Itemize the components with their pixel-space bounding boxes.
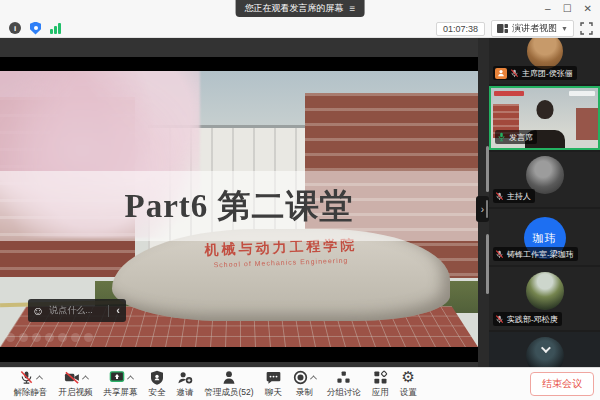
chat-collapse-icon[interactable]: ‹: [114, 305, 122, 316]
participant-name-tag: 实践部-邓松庚: [493, 312, 562, 326]
titlebar: 您正在观看发言席的屏幕 ≡ – ☐ ✕ i 01:07:38 演讲者视图 ▼: [0, 0, 600, 38]
mic-muted-icon: [495, 315, 504, 324]
start-video-button[interactable]: 开启视频: [53, 370, 98, 399]
mic-muted-icon: [495, 192, 504, 201]
chat-bubble-icon: [266, 370, 281, 385]
network-signal-icon[interactable]: [50, 22, 61, 34]
video-building-right: [576, 108, 598, 140]
video-logo-watermark: [494, 91, 524, 96]
participant-name: 发言席: [509, 132, 533, 143]
mic-muted-icon: [495, 250, 504, 259]
quick-chat-bar[interactable]: ☺ 说点什么... ‹: [28, 299, 126, 322]
slide-title: Part6 第二课堂: [124, 184, 353, 229]
bottom-toolbar: 解除静音 开启视频 共享屏幕 安全 邀请: [0, 367, 600, 400]
mic-muted-icon: [510, 69, 519, 78]
emoji-icon[interactable]: ☺: [32, 305, 44, 317]
chevron-up-icon[interactable]: [81, 375, 88, 382]
shared-screen-area: 机械与动力工程学院 School of Mechanics Engineerin…: [0, 38, 478, 367]
share-screen-button[interactable]: 共享屏幕: [98, 370, 143, 399]
banner-menu-icon[interactable]: ≡: [350, 4, 356, 14]
record-icon: [293, 370, 308, 385]
mic-muted-icon: [19, 370, 34, 385]
meeting-timer: 01:07:38: [436, 22, 485, 36]
watching-banner[interactable]: 您正在观看发言席的屏幕 ≡: [236, 0, 365, 17]
host-badge-icon: [495, 68, 507, 79]
share-letterbox: 机械与动力工程学院 School of Mechanics Engineerin…: [0, 57, 478, 362]
invite-button[interactable]: 邀请: [171, 370, 199, 399]
chevron-down-icon: [541, 343, 551, 353]
slide-photo: 机械与动力工程学院 School of Mechanics Engineerin…: [0, 71, 478, 347]
chevron-up-icon[interactable]: [36, 375, 43, 382]
share-screen-icon: [109, 370, 125, 385]
settings-button[interactable]: ⚙ 设置: [394, 370, 422, 399]
chat-button[interactable]: 聊天: [259, 370, 287, 399]
panel-divider: ›: [478, 38, 489, 367]
manage-members-button[interactable]: 管理成员(52): [199, 370, 259, 399]
gear-icon: ⚙: [401, 370, 414, 385]
encryption-shield-icon[interactable]: [30, 22, 41, 35]
invite-person-icon: [177, 370, 193, 385]
campus-stone: 机械与动力工程学院 School of Mechanics Engineerin…: [112, 229, 450, 321]
view-mode-button[interactable]: 演讲者视图 ▼: [491, 20, 574, 37]
video-person-head: [536, 100, 553, 119]
chat-divider: [108, 305, 109, 317]
chat-input-placeholder[interactable]: 说点什么...: [49, 304, 103, 317]
meeting-info-icon[interactable]: i: [9, 22, 21, 34]
breakout-rooms-button[interactable]: 分组讨论: [321, 370, 366, 399]
participant-tile-host[interactable]: 主席团-侯张俪: [489, 38, 600, 84]
participant-name-tag: 主持人: [493, 189, 535, 203]
end-meeting-button[interactable]: 结束会议: [530, 372, 594, 396]
divider-grip[interactable]: [486, 200, 488, 218]
participant-name: 主持人: [507, 191, 531, 202]
participant-tile-partial[interactable]: [489, 332, 600, 367]
participant-name: 实践部-邓松庚: [507, 314, 558, 325]
apps-grid-icon: [373, 370, 388, 385]
chevron-down-icon: ▼: [561, 25, 568, 32]
avatar: [526, 272, 564, 310]
close-button[interactable]: ✕: [584, 4, 592, 14]
participant-name: 铸锋工作室-梁珈玮: [507, 249, 574, 260]
members-icon: [222, 370, 236, 385]
view-controls: 01:07:38 演讲者视图 ▼: [436, 20, 593, 37]
record-button[interactable]: 录制: [287, 370, 321, 399]
video-text-watermark: [569, 91, 595, 96]
security-button[interactable]: 安全: [143, 370, 171, 399]
watching-banner-text: 您正在观看发言席的屏幕: [245, 2, 344, 15]
mic-active-icon: [497, 132, 506, 142]
fullscreen-icon[interactable]: [580, 22, 593, 35]
meeting-window: 您正在观看发言席的屏幕 ≡ – ☐ ✕ i 01:07:38 演讲者视图 ▼: [0, 0, 600, 400]
maximize-button[interactable]: ☐: [563, 4, 572, 14]
participant-tile-speaker-active[interactable]: 发言席: [489, 86, 600, 150]
participants-sidebar: 主席团-侯张俪 发言席 主持人 珈玮: [489, 38, 600, 367]
participant-tile-dengsonggeng[interactable]: 实践部-邓松庚: [489, 267, 600, 330]
apps-button[interactable]: 应用: [366, 370, 394, 399]
view-mode-label: 演讲者视图: [512, 22, 557, 35]
layout-icon: [497, 24, 508, 33]
participant-name-tag: 铸锋工作室-梁珈玮: [493, 247, 578, 261]
window-controls: – ☐ ✕: [545, 1, 592, 17]
minimize-button[interactable]: –: [545, 4, 551, 14]
chevron-up-icon[interactable]: [126, 375, 133, 382]
security-shield-icon: [150, 370, 164, 385]
participant-tile-liangjiawei[interactable]: 珈玮 铸锋工作室-梁珈玮: [489, 209, 600, 265]
chevron-up-icon[interactable]: [310, 375, 317, 382]
status-icons: i: [9, 21, 61, 35]
avatar: [527, 38, 563, 69]
participant-name: 主席团-侯张俪: [522, 68, 573, 79]
presenter-controls[interactable]: [6, 333, 93, 342]
breakout-squares-icon: [336, 370, 351, 385]
camera-off-icon: [64, 370, 80, 385]
participant-name-tag: 主席团-侯张俪: [493, 66, 577, 80]
unmute-button[interactable]: 解除静音: [8, 370, 53, 399]
participant-name-tag: 发言席: [495, 130, 537, 144]
scroll-more-button[interactable]: [534, 343, 556, 356]
participant-tile-moderator[interactable]: 主持人: [489, 152, 600, 207]
slide-title-band: Part6 第二课堂: [0, 171, 478, 241]
